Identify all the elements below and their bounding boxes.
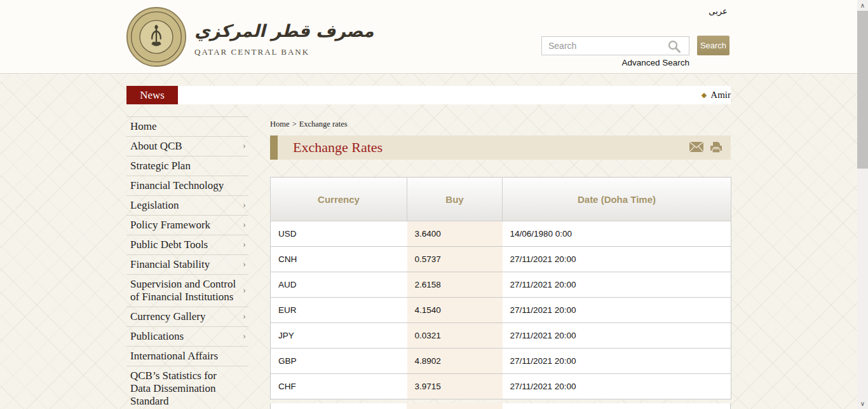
chevron-right-icon: › <box>243 258 246 270</box>
search-button[interactable]: Search <box>697 36 729 55</box>
column-header-buy: Buy <box>407 177 503 221</box>
currency-cell: GBP <box>271 349 407 374</box>
sidebar-item-strategic-plan[interactable]: Strategic Plan <box>126 156 248 176</box>
chevron-right-icon: › <box>243 284 246 296</box>
sidebar-item-label: About QCB <box>130 140 182 152</box>
news-ticker-item[interactable]: Amir <box>710 90 731 101</box>
date-cell: 27/11/2021 20:00 <box>503 323 731 349</box>
table-header-row: CurrencyBuyDate (Doha Time) <box>271 177 731 221</box>
sidebar-item-label: Financial Technology <box>130 179 224 191</box>
print-icon[interactable] <box>709 141 723 154</box>
chevron-right-icon: › <box>243 218 246 231</box>
table-row-gbp: GBP4.890227/11/2021 20:00 <box>271 349 731 374</box>
arabic-language-link[interactable]: عربى <box>702 6 734 16</box>
chevron-right-icon: › <box>243 310 246 322</box>
date-cell: 27/11/2021 20:00 <box>503 272 731 298</box>
sidebar-item-label: Financial Stability <box>130 258 210 270</box>
sidebar-item-label: Public Debt Tools <box>130 239 208 251</box>
date-cell: 27/11/2021 20:00 <box>503 374 731 399</box>
buy-cell: 3.9715 <box>407 374 503 399</box>
sidebar-item-label: Publications <box>130 330 184 342</box>
logo-text-block: مصرف قطر المركزي QATAR CENTRAL BANK <box>194 17 341 57</box>
sidebar-item-label: Home <box>130 120 157 132</box>
chevron-right-icon: › <box>243 238 246 251</box>
sidebar-item-about-qcb[interactable]: About QCB› <box>126 137 248 156</box>
email-icon[interactable] <box>689 141 704 154</box>
title-accent-bar <box>270 135 278 160</box>
currency-cell: JPY <box>271 323 407 349</box>
breadcrumb-item-home[interactable]: Home <box>270 120 290 128</box>
scrollbar-down-arrow[interactable]: ∨ <box>857 398 868 409</box>
sidebar-item-qcb-s-statistics-for-data-dissemination-standard[interactable]: QCB’s Statistics for Data Dissemination … <box>126 366 248 409</box>
logo-org-name: QATAR CENTRAL BANK <box>194 47 341 57</box>
table-row-usd: USD3.640014/06/1980 0:00 <box>271 221 731 247</box>
currency-cell: CHF <box>271 374 407 399</box>
page-title-bar: Exchange Rates <box>270 135 731 160</box>
sidebar-item-legislation[interactable]: Legislation› <box>126 196 248 216</box>
chevron-right-icon: › <box>243 139 246 152</box>
sidebar-item-financial-technology[interactable]: Financial Technology <box>126 176 248 196</box>
qcb-seal-logo <box>126 6 187 67</box>
breadcrumb-item-exchange-rates: Exchange rates <box>299 120 348 128</box>
sidebar-item-label: Strategic Plan <box>130 160 191 172</box>
currency-cell: USD <box>271 221 407 247</box>
exchange-rates-table: CurrencyBuyDate (Doha Time) USD3.640014/… <box>270 177 731 399</box>
breadcrumb: Home>Exchange rates <box>270 120 731 129</box>
main-content: Home>Exchange rates Exchange Rates <box>270 120 731 409</box>
table-row-cnh: CNH0.573727/11/2021 20:00 <box>271 247 731 272</box>
sidebar-item-public-debt-tools[interactable]: Public Debt Tools› <box>126 235 248 255</box>
date-cell: 27/11/2021 20:00 <box>503 349 731 374</box>
logo-arabic-calligraphy: مصرف قطر المركزي <box>194 17 341 46</box>
sidebar-item-label: Policy Framework <box>130 219 210 231</box>
sidebar-item-financial-stability[interactable]: Financial Stability› <box>126 255 248 275</box>
buy-cell: 4.8902 <box>407 349 503 374</box>
table-row-eur: EUR4.154027/11/2021 20:00 <box>271 298 731 323</box>
sidebar-item-policy-framework[interactable]: Policy Framework› <box>126 216 248 235</box>
sidebar-item-international-affairs[interactable]: International Affairs <box>126 347 248 366</box>
sidebar-item-currency-gallery[interactable]: Currency Gallery› <box>126 307 248 327</box>
sidebar-item-supervision-and-control-of-financial-institutions[interactable]: Supervision and Control of Financial Ins… <box>126 275 248 307</box>
chevron-right-icon: › <box>243 198 246 211</box>
scrollbar-up-arrow[interactable]: ∧ <box>857 0 868 11</box>
news-ticker: ◆ Amir <box>178 86 731 104</box>
sidebar-item-label: Currency Gallery <box>130 310 205 322</box>
scrollbar-thumb[interactable] <box>857 11 868 169</box>
sidebar-menu: HomeAbout QCB›Strategic PlanFinancial Te… <box>126 116 248 409</box>
sidebar-item-label: Legislation <box>130 199 179 211</box>
column-header-date-doha-time: Date (Doha Time) <box>503 177 731 221</box>
vertical-scrollbar[interactable]: ∧ ∨ <box>857 0 868 409</box>
header-band: عربى مصرف قطر المركزي QATAR CENTRAL BANK… <box>0 0 857 74</box>
chevron-right-icon: › <box>243 329 246 342</box>
currency-cell: CNH <box>271 247 407 272</box>
date-cell: 27/11/2021 20:00 <box>503 298 731 323</box>
table-row-aud: AUD2.615827/11/2021 20:00 <box>271 272 731 298</box>
sidebar-item-publications[interactable]: Publications› <box>126 327 248 347</box>
currency-cell: AUD <box>271 272 407 298</box>
buy-cell: 4.1540 <box>407 298 503 323</box>
date-cell: 27/11/2021 20:00 <box>503 247 731 272</box>
table-row-partial <box>270 403 731 409</box>
diamond-bullet-icon: ◆ <box>702 91 707 99</box>
advanced-search-link[interactable]: Advanced Search <box>575 58 689 67</box>
buy-cell: 0.5737 <box>407 247 503 272</box>
search-icon[interactable] <box>667 39 681 53</box>
buy-cell: 0.0321 <box>407 323 503 349</box>
page-title: Exchange Rates <box>293 139 383 156</box>
sidebar-item-home[interactable]: Home <box>126 116 248 137</box>
sidebar-item-label: International Affairs <box>130 350 218 362</box>
column-header-currency: Currency <box>271 177 407 221</box>
table-row-chf: CHF3.971527/11/2021 20:00 <box>271 374 731 399</box>
date-cell: 14/06/1980 0:00 <box>503 221 731 247</box>
breadcrumb-separator: > <box>292 120 297 128</box>
sidebar-item-label: Supervision and Control of Financial Ins… <box>130 278 236 303</box>
news-label: News <box>126 86 178 104</box>
buy-cell: 2.6158 <box>407 272 503 298</box>
currency-cell: EUR <box>271 298 407 323</box>
buy-cell: 3.6400 <box>407 221 503 247</box>
sidebar-item-label: QCB’s Statistics for Data Dissemination … <box>130 370 217 407</box>
table-row-jpy: JPY0.032127/11/2021 20:00 <box>271 323 731 349</box>
